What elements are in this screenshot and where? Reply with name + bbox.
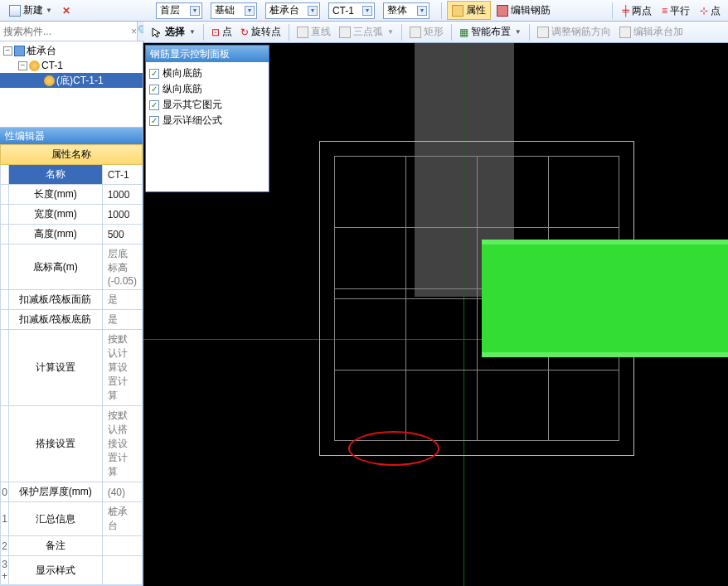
property-key: 保护层厚度(mm) (9, 482, 103, 502)
property-row[interactable]: 计算设置按默认计算设置计算 (1, 330, 143, 406)
separator (441, 2, 442, 19)
checkbox-label: 显示其它图元 (163, 98, 222, 112)
property-value[interactable] (102, 536, 142, 556)
checkbox-row[interactable]: ✓显示其它图元 (149, 97, 265, 113)
edit-cap-icon (619, 27, 631, 38)
property-row[interactable]: 长度(mm)1000 (1, 185, 143, 205)
checkbox-icon[interactable]: ✓ (149, 85, 159, 94)
search-input[interactable] (0, 26, 131, 37)
property-key: 扣减板/筏板底筋 (9, 310, 103, 330)
checkbox-label: 纵向底筋 (163, 82, 202, 96)
property-row[interactable]: 高度(mm)500 (1, 225, 143, 245)
smart-layout-button[interactable]: ▦ 智能布置 ▼ (455, 23, 526, 41)
rotate-icon: ↻ (240, 27, 249, 38)
rect-icon (410, 27, 421, 38)
property-row[interactable]: 搭接设置按默认搭接设置计算 (1, 406, 143, 482)
chevron-down-icon: ▾ (362, 6, 372, 16)
checkbox-label: 显示详细公式 (163, 114, 222, 128)
select-button[interactable]: 选择 ▼ (147, 23, 200, 41)
rebar-line (334, 370, 619, 370)
property-value[interactable]: 500 (102, 225, 142, 245)
checkbox-icon[interactable]: ✓ (149, 116, 159, 126)
edit-rebar-button[interactable]: 编辑钢筋 (493, 2, 555, 19)
new-icon (9, 5, 21, 17)
property-row[interactable]: 底标高(m)层底标高(-0.05) (1, 245, 143, 290)
property-row[interactable]: 3 +显示样式 (1, 556, 143, 585)
property-row[interactable]: 0保护层厚度(mm)(40) (1, 482, 143, 502)
point-more-button[interactable]: ⊹ 点 (696, 2, 725, 20)
adjust-rebar-dir-button: 调整钢筋方向 (533, 23, 615, 41)
property-value[interactable]: 是 (102, 310, 142, 330)
folder-icon (14, 46, 25, 56)
point-icon: ⊡ (211, 27, 220, 38)
property-key: 显示样式 (9, 556, 103, 585)
chevron-down-icon: ▾ (417, 6, 427, 16)
property-value[interactable]: 1000 (102, 205, 142, 225)
element-combo[interactable]: CT-1 ▾ (328, 2, 375, 19)
two-point-button[interactable]: ╪ 两点 (618, 2, 656, 20)
property-editor-title: 性编辑器 (0, 128, 143, 144)
tree-root[interactable]: − 桩承台 (0, 43, 143, 58)
property-row[interactable]: 扣减板/筏板底筋是 (1, 310, 143, 330)
property-row[interactable]: 宽度(mm)1000 (1, 205, 143, 225)
property-value[interactable]: 是 (102, 290, 142, 310)
subcategory-combo[interactable]: 桩承台 ▾ (265, 2, 320, 19)
search-row: × 🔍 (0, 22, 143, 41)
dropdown-arrow-icon[interactable]: ▼ (189, 28, 196, 36)
property-key: 长度(mm) (9, 185, 103, 205)
property-table: 属性名称 名称CT-1长度(mm)1000宽度(mm)1000高度(mm)500… (0, 144, 143, 585)
chevron-down-icon: ▾ (190, 6, 200, 16)
rebar-line (334, 227, 619, 228)
property-row[interactable]: 名称CT-1 (1, 165, 143, 185)
property-row[interactable]: 扣减板/筏板面筋是 (1, 290, 143, 310)
arc-button: 三点弧 ▼ (335, 23, 398, 41)
property-row[interactable]: 2备注 (1, 536, 143, 556)
property-value[interactable]: 层底标高(-0.05) (102, 245, 142, 290)
panel-title[interactable]: 钢筋显示控制面板 (146, 46, 269, 62)
parallel-icon: ≡ (662, 5, 667, 17)
property-value[interactable]: 1000 (102, 185, 142, 205)
new-button[interactable]: 新建 ▼ (5, 2, 56, 19)
property-value[interactable] (102, 556, 142, 585)
tree-item-ct1[interactable]: − CT-1 (0, 58, 143, 73)
property-value[interactable]: (40) (102, 482, 142, 502)
property-row[interactable]: 1汇总信息桩承台 (1, 502, 143, 536)
view-combo[interactable]: 整体 ▾ (383, 2, 430, 19)
parallel-button[interactable]: ≡ 平行 (658, 2, 694, 20)
line-icon (297, 27, 308, 38)
checkbox-row[interactable]: ✓显示详细公式 (149, 113, 265, 128)
panel-body: ✓横向底筋✓纵向底筋✓显示其它图元✓显示详细公式 (146, 62, 269, 132)
line-button: 直线 (293, 23, 335, 41)
property-key: 高度(mm) (9, 225, 103, 245)
collapse-icon[interactable]: − (18, 61, 27, 70)
property-button[interactable]: 属性 (447, 1, 491, 20)
category-combo[interactable]: 基础 ▾ (211, 2, 257, 19)
new-label: 新建 (23, 3, 43, 17)
property-key: 底标高(m) (9, 245, 103, 290)
checkbox-row[interactable]: ✓横向底筋 (149, 65, 265, 81)
delete-button[interactable]: ✕ (60, 5, 73, 17)
property-value[interactable]: 按默认计算设置计算 (102, 330, 142, 406)
checkbox-icon[interactable]: ✓ (149, 69, 159, 79)
separator (612, 2, 613, 19)
checkbox-label: 横向底筋 (163, 66, 202, 80)
collapse-icon[interactable]: − (3, 46, 12, 56)
beam-element[interactable] (482, 245, 728, 352)
floor-combo[interactable]: 首层 ▾ (156, 2, 202, 19)
checkbox-row[interactable]: ✓纵向底筋 (149, 81, 265, 97)
dropdown-arrow-icon[interactable]: ▼ (515, 28, 522, 36)
property-value[interactable]: 按默认搭接设置计算 (102, 406, 142, 482)
cursor-icon (151, 27, 163, 38)
rebar-display-panel[interactable]: 钢筋显示控制面板 ✓横向底筋✓纵向底筋✓显示其它图元✓显示详细公式 (145, 45, 269, 192)
property-key: 汇总信息 (9, 502, 103, 536)
checkbox-icon[interactable]: ✓ (149, 100, 159, 110)
clear-search-button[interactable]: × (131, 26, 137, 37)
left-panel: × 🔍 − 桩承台 − CT-1 (底)CT-1-1 性编辑器 属性名称 名称C… (0, 22, 143, 586)
chevron-down-icon: ▾ (245, 6, 255, 16)
property-value[interactable]: 桩承台 (102, 502, 142, 536)
tree-item-ct1-1[interactable]: (底)CT-1-1 (0, 73, 143, 88)
rotate-point-button[interactable]: ↻ 旋转点 (236, 23, 285, 41)
property-value[interactable]: CT-1 (102, 165, 142, 185)
dropdown-arrow-icon[interactable]: ▼ (46, 7, 52, 14)
point-button[interactable]: ⊡ 点 (207, 23, 236, 41)
